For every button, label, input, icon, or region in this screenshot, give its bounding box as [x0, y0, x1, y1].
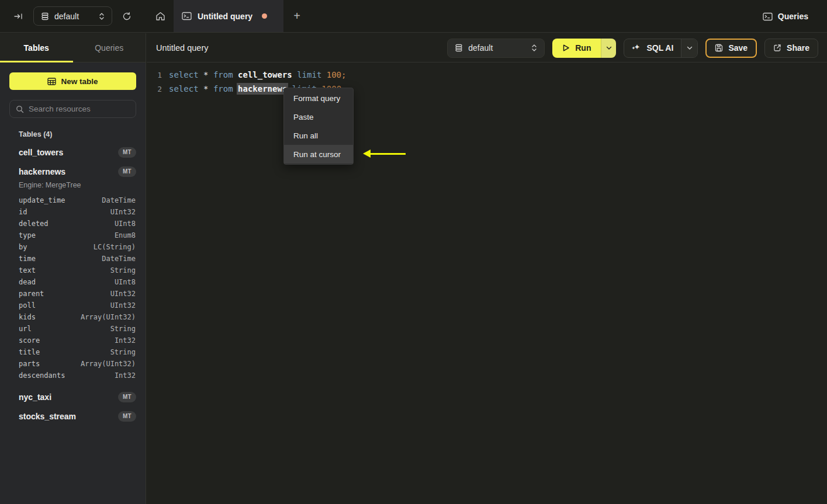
chevron-updown-icon	[99, 12, 105, 20]
code-token: select	[169, 84, 203, 93]
column-type: DateTime	[102, 196, 136, 204]
code-token: select	[169, 70, 203, 79]
line-number: 2	[147, 85, 162, 93]
column-row[interactable]: text String	[19, 265, 136, 276]
sql-ai-button[interactable]: ✦✦ SQL AI	[624, 39, 681, 57]
sql-editor[interactable]: 1 select * from cell_towers limit 100; 2…	[147, 63, 827, 504]
column-row[interactable]: url String	[19, 323, 136, 335]
menu-item-run-at-cursor[interactable]: Run at cursor	[284, 145, 353, 164]
column-type: Array(UInt32)	[81, 360, 136, 368]
database-icon	[41, 12, 49, 20]
run-label: Run	[575, 43, 591, 53]
refresh-button[interactable]	[117, 7, 137, 26]
chevron-updown-icon	[531, 44, 537, 52]
top-bar: default Untitled query + Queries	[0, 0, 827, 33]
column-name: url	[19, 325, 32, 333]
collapse-sidebar-icon	[14, 12, 23, 20]
table-name: cell_towers	[19, 148, 63, 157]
column-row[interactable]: kids Array(UInt32)	[19, 311, 136, 323]
query-title: Untitled query	[156, 43, 208, 53]
share-button[interactable]: Share	[764, 39, 818, 58]
code-token: limit	[297, 70, 327, 79]
share-label: Share	[787, 43, 809, 53]
sql-ai-button-group: ✦✦ SQL AI	[624, 39, 698, 58]
column-row[interactable]: deleted UInt8	[19, 218, 136, 230]
column-row[interactable]: title String	[19, 346, 136, 358]
topbar-database-value: default	[54, 12, 94, 21]
chevron-down-icon	[606, 46, 612, 50]
code-token	[292, 70, 297, 79]
table-name: nyc_taxi	[19, 392, 51, 402]
unsaved-changes-dot	[262, 13, 267, 19]
column-row[interactable]: poll UInt32	[19, 300, 136, 311]
column-type: UInt32	[110, 208, 136, 216]
column-name: title	[19, 348, 40, 356]
column-row[interactable]: dead UInt8	[19, 276, 136, 288]
table-item-cell-towers[interactable]: cell_towers MT	[19, 142, 136, 162]
column-row[interactable]: score Int32	[19, 335, 136, 346]
column-row[interactable]: time DateTime	[19, 253, 136, 265]
new-tab-button[interactable]: +	[283, 0, 310, 32]
table-item-stocks-stream[interactable]: stocks_stream MT	[19, 406, 136, 426]
active-tab-underline	[0, 61, 73, 62]
home-tab[interactable]	[147, 0, 174, 32]
engine-badge: MT	[118, 166, 136, 177]
terminal-icon	[182, 12, 192, 20]
sidebar: Tables Queries New table Tables (4) cell…	[0, 33, 146, 504]
tab-untitled-query[interactable]: Untitled query	[174, 0, 283, 32]
table-item-nyc-taxi[interactable]: nyc_taxi MT	[19, 387, 136, 406]
run-button-group: Run	[552, 39, 616, 58]
column-name: parts	[19, 360, 40, 368]
column-type: UInt32	[110, 301, 136, 310]
queries-button-label: Queries	[778, 12, 808, 21]
column-row[interactable]: parts Array(UInt32)	[19, 358, 136, 370]
sidebar-tab-tables[interactable]: Tables	[0, 33, 73, 62]
column-type: String	[110, 266, 136, 274]
toolbar-actions: default Run ✦✦ SQL AI	[447, 39, 818, 58]
play-icon	[562, 44, 570, 52]
menu-item-run-all[interactable]: Run all	[284, 126, 353, 145]
menu-item-format-query[interactable]: Format query	[284, 89, 353, 107]
run-button[interactable]: Run	[552, 39, 601, 58]
engine-badge: MT	[118, 411, 136, 422]
column-row[interactable]: parent UInt32	[19, 288, 136, 300]
table-item-hackernews[interactable]: hackernews MT	[19, 162, 136, 181]
menu-item-paste[interactable]: Paste	[284, 107, 353, 126]
run-options-button[interactable]	[601, 39, 616, 58]
topbar-database-selector[interactable]: default	[33, 6, 112, 26]
column-name: kids	[19, 313, 36, 321]
code-token: from	[213, 70, 238, 79]
sidebar-tab-queries[interactable]: Queries	[73, 33, 146, 62]
editor-line[interactable]: 2 select * from hackernews limit 1000	[147, 82, 827, 96]
column-row[interactable]: type Enum8	[19, 230, 136, 241]
column-type: Array(UInt32)	[81, 313, 136, 321]
tab-strip: Untitled query +	[147, 0, 310, 32]
sidebar-tabs: Tables Queries	[0, 33, 146, 62]
column-row[interactable]: update_time DateTime	[19, 194, 136, 206]
search-input[interactable]	[29, 105, 132, 113]
queries-button[interactable]: Queries	[763, 7, 808, 26]
sql-ai-options-button[interactable]	[681, 39, 697, 57]
column-name: by	[19, 243, 27, 251]
column-row[interactable]: by LC(String)	[19, 241, 136, 253]
code-token: 100;	[327, 70, 347, 79]
toolbar-database-selector[interactable]: default	[447, 39, 545, 58]
refresh-icon	[122, 12, 132, 21]
column-name: time	[19, 255, 36, 263]
column-name: id	[19, 208, 27, 216]
collapse-sidebar-button[interactable]	[8, 7, 29, 26]
column-type: String	[110, 325, 136, 333]
column-row[interactable]: descendants Int32	[19, 370, 136, 381]
save-label: Save	[728, 43, 748, 53]
new-table-button[interactable]: New table	[9, 72, 136, 90]
line-code: select * from cell_towers limit 100;	[169, 70, 346, 79]
column-list: update_time DateTime id UInt32 deleted U…	[19, 194, 136, 381]
tab-title: Untitled query	[198, 12, 252, 21]
editor-line[interactable]: 1 select * from cell_towers limit 100;	[147, 68, 827, 82]
column-row[interactable]: id UInt32	[19, 206, 136, 218]
query-toolbar: Untitled query default Run	[147, 33, 827, 62]
code-token: hackernews	[238, 84, 287, 93]
code-token: *	[203, 70, 213, 79]
sparkles-icon: ✦✦	[632, 43, 641, 53]
save-button[interactable]: Save	[705, 39, 757, 58]
